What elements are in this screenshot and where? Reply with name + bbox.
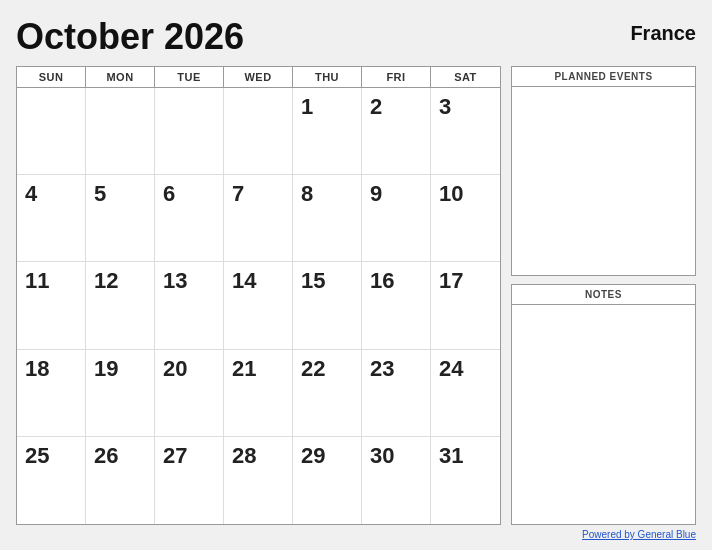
calendar-cell: 6 [155,175,224,262]
day-header: MON [86,67,155,87]
calendar-cell: 21 [224,350,293,437]
day-header: FRI [362,67,431,87]
calendar-cell: 16 [362,262,431,349]
day-header: WED [224,67,293,87]
calendar-cell: 19 [86,350,155,437]
day-header: SAT [431,67,500,87]
calendar-cell [224,88,293,175]
calendar-cell: 8 [293,175,362,262]
calendar-cell: 10 [431,175,500,262]
calendar-cell: 15 [293,262,362,349]
calendar-cell: 13 [155,262,224,349]
notes-content [512,305,695,524]
calendar-cell: 7 [224,175,293,262]
main-area: SUNMONTUEWEDTHUFRISAT 123456789101112131… [16,66,696,525]
sidebar: PLANNED EVENTS NOTES [511,66,696,525]
calendar-cell: 5 [86,175,155,262]
calendar-cell: 22 [293,350,362,437]
calendar-cell: 3 [431,88,500,175]
calendar-cell: 30 [362,437,431,524]
calendar-cell: 29 [293,437,362,524]
notes-box: NOTES [511,284,696,525]
day-header: TUE [155,67,224,87]
calendar-cell: 4 [17,175,86,262]
calendar-cell: 14 [224,262,293,349]
calendar-cell: 27 [155,437,224,524]
calendar-cell: 20 [155,350,224,437]
planned-events-content [512,87,695,275]
page: October 2026 France SUNMONTUEWEDTHUFRISA… [0,0,712,550]
calendar-cell: 26 [86,437,155,524]
calendar-section: SUNMONTUEWEDTHUFRISAT 123456789101112131… [16,66,501,525]
calendar-cell: 31 [431,437,500,524]
footer-link[interactable]: Powered by General Blue [582,529,696,540]
notes-label: NOTES [512,285,695,305]
calendar-cell: 18 [17,350,86,437]
country-label: France [630,16,696,45]
page-title: October 2026 [16,16,244,58]
calendar-cell: 25 [17,437,86,524]
calendar-cell: 24 [431,350,500,437]
calendar-cell: 28 [224,437,293,524]
calendar-cell: 23 [362,350,431,437]
calendar-cell [86,88,155,175]
planned-events-box: PLANNED EVENTS [511,66,696,276]
calendar-cell: 11 [17,262,86,349]
footer: Powered by General Blue [16,525,696,540]
calendar-cell: 9 [362,175,431,262]
day-header: SUN [17,67,86,87]
day-header: THU [293,67,362,87]
header: October 2026 France [16,16,696,58]
calendar-cell: 2 [362,88,431,175]
calendar-cell: 1 [293,88,362,175]
calendar-cell: 12 [86,262,155,349]
day-headers: SUNMONTUEWEDTHUFRISAT [17,67,500,88]
planned-events-label: PLANNED EVENTS [512,67,695,87]
calendar-cell [17,88,86,175]
calendar-grid: 1234567891011121314151617181920212223242… [17,88,500,524]
calendar-cell: 17 [431,262,500,349]
calendar-cell [155,88,224,175]
